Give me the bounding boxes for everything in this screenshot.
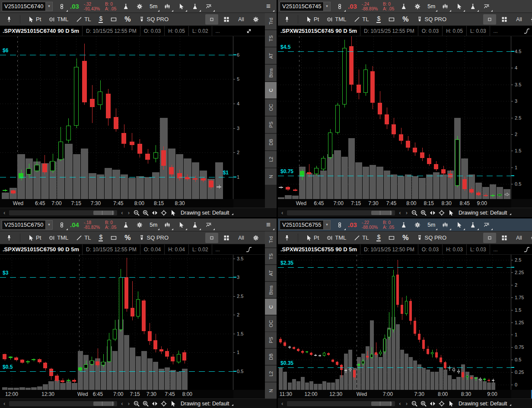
sqpro-tool-button[interactable]: SQ PRO: [136, 13, 172, 25]
timeframe-button[interactable]: 5m: [147, 219, 160, 231]
chart-menu-button[interactable]: ≡: [262, 0, 275, 13]
side-tab-n[interactable]: N: [265, 383, 277, 399]
side-tab-c[interactable]: C: [265, 82, 277, 98]
timeframe-button[interactable]: 5m: [147, 0, 160, 13]
scroll-step-right[interactable]: ›: [127, 210, 131, 215]
timeframe-button[interactable]: 5m: [425, 219, 438, 231]
pointer-button[interactable]: [448, 401, 454, 407]
pointer-tool-button[interactable]: Pt: [25, 13, 44, 25]
studies-button[interactable]: [466, 219, 479, 231]
rectangle-tool-button[interactable]: [385, 13, 398, 25]
side-tab-l2[interactable]: L2: [265, 366, 277, 382]
drawings-button[interactable]: [480, 0, 493, 13]
percent-tool-button[interactable]: %: [121, 232, 134, 244]
analyze-button[interactable]: [119, 219, 132, 231]
drawings-button[interactable]: [480, 219, 493, 231]
link-button[interactable]: [55, 219, 68, 231]
pin-button[interactable]: [3, 13, 16, 25]
rectangle-tool-button[interactable]: [385, 232, 398, 244]
scroll-left-arrow[interactable]: ‹: [3, 401, 6, 406]
scrollbar[interactable]: [287, 210, 395, 215]
toolbar-settings-button[interactable]: [527, 232, 532, 244]
crosshair-button[interactable]: [439, 210, 445, 216]
analyze-button[interactable]: [119, 0, 132, 13]
drawings-button[interactable]: [202, 0, 215, 13]
pointer-button[interactable]: [448, 210, 454, 216]
price-axis[interactable]: 00.250.50.7511.251.51.7522.252.5: [511, 255, 532, 390]
pointer-button[interactable]: [170, 210, 176, 216]
crosshair-button[interactable]: [439, 401, 445, 407]
pin-button[interactable]: [3, 232, 16, 244]
scroll-step-left[interactable]: ‹: [120, 210, 124, 215]
scroll-step-right[interactable]: ›: [405, 210, 408, 215]
scroll-step-left[interactable]: ‹: [398, 401, 401, 406]
side-tab-trd[interactable]: Trd: [265, 13, 277, 29]
scrollbar-thumb[interactable]: [371, 211, 392, 215]
side-tab-n[interactable]: N: [265, 168, 277, 185]
studies-button[interactable]: [188, 0, 201, 13]
scrollbar[interactable]: [9, 401, 117, 406]
scrollbar[interactable]: [287, 401, 395, 406]
link-button[interactable]: [333, 219, 346, 231]
ohlc-more[interactable]: ...: [490, 244, 501, 254]
grid-layout-button[interactable]: [498, 232, 511, 244]
side-tab-oc[interactable]: OC: [265, 316, 277, 332]
cursor-mode-button[interactable]: [175, 0, 188, 13]
plot-area[interactable]: $4.5$0.75: [278, 36, 511, 199]
percent-tool-button[interactable]: %: [399, 232, 411, 244]
zoom-in-button[interactable]: [421, 210, 427, 216]
symbol-input[interactable]: V251015C6755 ▾: [280, 220, 331, 230]
single-view-button[interactable]: [483, 233, 496, 243]
sqpro-tool-button[interactable]: SQ PRO: [414, 232, 450, 244]
scroll-left-arrow[interactable]: ‹: [280, 210, 284, 215]
time-axis[interactable]: Wed6:457:007:157:307:458:008:158:308:459…: [278, 199, 511, 208]
scroll-step-left[interactable]: ‹: [398, 210, 401, 215]
all-button[interactable]: All: [513, 13, 526, 25]
percent-tool-button[interactable]: %: [399, 13, 411, 25]
settings-button[interactable]: [411, 219, 424, 231]
side-tab-db[interactable]: DB: [265, 349, 277, 365]
symbol-dropdown-button[interactable]: ▾: [323, 2, 330, 11]
cursor-mode-button[interactable]: [175, 219, 188, 231]
studies-button[interactable]: [188, 219, 201, 231]
zoom-out-button[interactable]: [134, 210, 140, 216]
chart-style-button[interactable]: [439, 0, 452, 13]
tml-tool-button[interactable]: TML: [46, 232, 71, 244]
side-tab-oc[interactable]: OC: [265, 99, 277, 116]
settings-button[interactable]: [133, 219, 146, 231]
time-axis[interactable]: 12:0012:30Wed6:457:007:157:307:458:00: [0, 390, 233, 399]
analyze-button[interactable]: [397, 219, 410, 231]
price-axis[interactable]: 0.511.522.533.544.5: [511, 36, 532, 199]
percent-tool-button[interactable]: %: [121, 13, 134, 25]
symbol-dropdown-button[interactable]: ▾: [323, 221, 330, 229]
tml-tool-button[interactable]: TML: [324, 13, 349, 25]
price-axis[interactable]: 123456: [233, 36, 265, 199]
pan-arrows-button[interactable]: [152, 210, 158, 216]
side-tab-c[interactable]: C: [265, 299, 277, 315]
pin-button[interactable]: [280, 13, 293, 25]
symbol-input[interactable]: V251015C6750 ▾: [2, 220, 53, 230]
drawing-set-selector[interactable]: Drawing set: Default: [179, 401, 234, 407]
trendline-tool-button[interactable]: TL: [73, 232, 94, 244]
scroll-step-right[interactable]: ›: [405, 401, 408, 406]
scrollbar-thumb[interactable]: [93, 402, 114, 406]
chart-menu-button[interactable]: ≡: [262, 219, 275, 231]
title-action-icon[interactable]: [524, 244, 530, 254]
pointer-tool-button[interactable]: Pt: [25, 232, 44, 244]
side-tab-db[interactable]: DB: [265, 134, 277, 150]
side-tab-trd[interactable]: Trd: [265, 231, 277, 247]
crosshair-button[interactable]: [161, 210, 167, 216]
symbol-dropdown-button[interactable]: ▾: [45, 221, 52, 229]
cursor-mode-button[interactable]: [452, 219, 465, 231]
pointer-tool-button[interactable]: Pt: [303, 13, 322, 25]
drawing-set-selector[interactable]: Drawing set: Default: [179, 210, 234, 216]
settings-button[interactable]: [411, 0, 424, 13]
toolbar-settings-button[interactable]: [527, 13, 532, 25]
pan-arrows-button[interactable]: [430, 210, 436, 216]
link-button[interactable]: [333, 0, 346, 13]
side-tab-ts[interactable]: TS: [265, 30, 277, 47]
scrollbar-thumb[interactable]: [93, 211, 114, 215]
side-tab-at[interactable]: AT: [265, 265, 277, 281]
scroll-left-arrow[interactable]: ‹: [280, 401, 284, 406]
chart-style-button[interactable]: [161, 219, 174, 231]
